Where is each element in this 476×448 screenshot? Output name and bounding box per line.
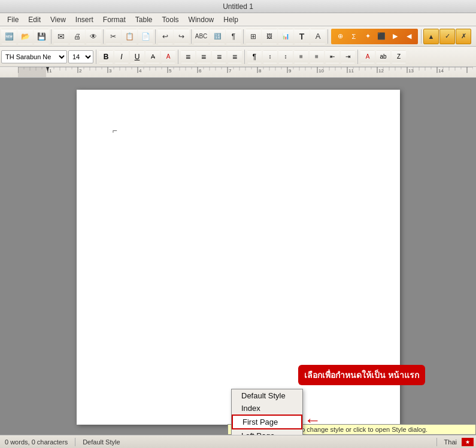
redo-button[interactable]: ↪ <box>174 29 189 44</box>
menu-view[interactable]: View <box>46 14 71 25</box>
spellcheck-button[interactable]: ABC <box>193 29 209 44</box>
fmt-sep1 <box>96 50 96 64</box>
special-btn1[interactable]: ⊕ <box>333 30 347 43</box>
align-right-button[interactable]: ≡ <box>212 50 226 63</box>
annotation-select: เลือกเพื่อกำหนดให้เป็น หน้าแรก <box>298 365 425 385</box>
underline-button[interactable]: U <box>130 50 144 63</box>
sep1 <box>51 29 51 44</box>
menu-format[interactable]: Format <box>98 14 131 25</box>
svg-text:9: 9 <box>289 68 292 74</box>
menu-table[interactable]: Table <box>131 14 157 25</box>
ctx-first-page[interactable]: First Page <box>232 415 302 429</box>
italic-button[interactable]: I <box>114 50 129 63</box>
table-button[interactable]: ⊞ <box>245 29 261 44</box>
menu-bar: File Edit View Insert Format Table Tools… <box>0 13 476 26</box>
status-sep2 <box>436 438 437 446</box>
numlist-button[interactable]: ≡ <box>310 50 324 63</box>
sep4 <box>191 29 192 44</box>
gold-btn1[interactable]: ▲ <box>423 29 439 44</box>
title-text: Untitled 1 <box>223 2 253 11</box>
special-btn2[interactable]: Σ <box>347 30 360 43</box>
ctx-index[interactable]: Index <box>232 402 302 415</box>
gold-btn3[interactable]: ✗ <box>456 29 471 44</box>
svg-text:8: 8 <box>259 68 262 74</box>
ctx-left-page[interactable]: Left Page <box>232 429 302 435</box>
align-center-button[interactable]: ≡ <box>196 50 211 63</box>
menu-file[interactable]: File <box>2 14 23 25</box>
paste-button[interactable]: 📄 <box>138 29 153 44</box>
svg-text:2: 2 <box>79 68 82 74</box>
fmt-sep3 <box>244 50 245 64</box>
save-button[interactable]: 💾 <box>34 29 49 44</box>
title-bar: Untitled 1 <box>0 0 476 13</box>
indentmore-button[interactable]: ⇥ <box>341 50 355 63</box>
align-justify-button[interactable]: ≡ <box>228 50 242 63</box>
sep2 <box>103 29 104 44</box>
font-selector[interactable]: TH Sarabun Ne <box>1 50 67 63</box>
menu-tools[interactable]: Tools <box>157 14 184 25</box>
fmt-sep4 <box>357 50 358 64</box>
image-button[interactable]: 🖼 <box>262 29 277 44</box>
special-btn3[interactable]: ✦ <box>361 30 374 43</box>
email-button[interactable]: ✉ <box>53 29 69 44</box>
word-count: 0 words, 0 characters <box>0 438 72 446</box>
linespacing-button[interactable]: ↕ <box>278 50 293 63</box>
autocorrect-button[interactable]: 🔢 <box>210 29 225 44</box>
sep7 <box>421 29 422 44</box>
status-icon: ★ <box>462 438 474 446</box>
special-btn6[interactable]: ◀ <box>402 30 416 43</box>
textbox-button[interactable]: T <box>294 29 310 44</box>
toolbar2: TH Sarabun Ne 14 B I U A̶ A ≡ ≡ ≡ ≡ ¶ ↕ … <box>0 47 476 67</box>
status-bar: Page Style. Right-click to change style … <box>0 435 476 448</box>
font-size-selector[interactable]: 14 <box>68 50 93 63</box>
ctx-default-style[interactable]: Default Style <box>232 389 302 402</box>
undo-button[interactable]: ↩ <box>157 29 173 44</box>
fontcolor-button[interactable]: A <box>310 29 326 44</box>
gold-btn2[interactable]: ✓ <box>439 29 455 44</box>
toolbar1: 🆕 📂 💾 ✉ 🖨 👁 ✂ 📋 📄 ↩ ↪ ABC 🔢 ¶ ⊞ 🖼 📊 T A … <box>0 26 476 47</box>
charcolor-button[interactable]: A <box>360 50 375 63</box>
nonprinting-button[interactable]: ¶ <box>226 29 241 44</box>
outdent-button[interactable]: ⇤ <box>325 50 339 63</box>
open-button[interactable]: 📂 <box>17 29 33 44</box>
special-btn5[interactable]: ▶ <box>389 30 402 43</box>
indent-button[interactable]: ↕ <box>263 50 277 63</box>
sep3 <box>155 29 156 44</box>
sep6 <box>328 29 328 44</box>
menu-window[interactable]: Window <box>184 14 219 25</box>
svg-text:1: 1 <box>49 68 52 74</box>
fmt-sep2 <box>178 50 178 64</box>
svg-text:3: 3 <box>109 68 112 74</box>
context-menu: Default Style Index First Page Left Page… <box>231 389 303 435</box>
page-style-status[interactable]: Default Style <box>78 438 433 446</box>
svg-text:7: 7 <box>229 68 232 74</box>
orange-toolbar: ⊕ Σ ✦ ⬛ ▶ ◀ <box>331 29 418 44</box>
svg-text:4: 4 <box>139 68 142 74</box>
print-button[interactable]: 🖨 <box>69 29 85 44</box>
menu-help[interactable]: Help <box>219 14 243 25</box>
fontcolor-fmt-button[interactable]: A <box>161 50 175 63</box>
special-btn4[interactable]: ⬛ <box>375 30 388 43</box>
status-sep1 <box>75 438 75 446</box>
clear-format-button[interactable]: Z <box>392 50 406 63</box>
cut-button[interactable]: ✂ <box>105 29 121 44</box>
new-button[interactable]: 🆕 <box>1 29 17 44</box>
svg-text:6: 6 <box>199 68 202 74</box>
ruler: 1234567891011121314 <box>0 67 476 78</box>
document-area: ⌐ Default Style Index First Page Left Pa… <box>0 78 476 435</box>
list-button[interactable]: ≡ <box>294 50 308 63</box>
highlight-button[interactable]: ab <box>376 50 390 63</box>
menu-insert[interactable]: Insert <box>71 14 98 25</box>
preview-button[interactable]: 👁 <box>86 29 101 44</box>
svg-text:5: 5 <box>169 68 172 74</box>
sep5 <box>243 29 244 44</box>
paragraph-button[interactable]: ¶ <box>247 50 262 63</box>
menu-edit[interactable]: Edit <box>23 14 46 25</box>
language-status: Thai <box>439 438 462 446</box>
copy-button[interactable]: 📋 <box>122 29 137 44</box>
align-left-button[interactable]: ≡ <box>181 50 195 63</box>
chart-button[interactable]: 📊 <box>278 29 293 44</box>
strikethrough-button[interactable]: A̶ <box>145 50 160 63</box>
right-arrow-icon: ← <box>304 411 321 430</box>
bold-button[interactable]: B <box>99 50 113 63</box>
